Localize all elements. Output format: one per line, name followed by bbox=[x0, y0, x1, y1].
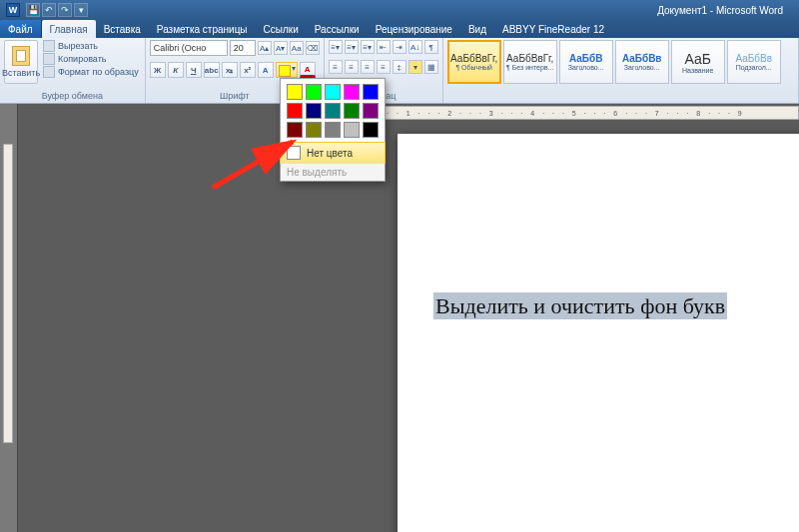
style-no-spacing[interactable]: АаБбВвГг,¶ Без интерв... bbox=[503, 40, 557, 84]
swatch-green[interactable] bbox=[344, 103, 360, 119]
save-icon[interactable]: 💾 bbox=[26, 3, 40, 17]
tab-file[interactable]: Файл bbox=[0, 20, 42, 38]
font-size-combo[interactable]: 20 bbox=[230, 40, 256, 56]
increase-indent-button[interactable]: ⇥ bbox=[393, 40, 406, 54]
tab-insert[interactable]: Вставка bbox=[96, 20, 149, 38]
qat-more-icon[interactable]: ▾ bbox=[74, 3, 88, 17]
swatch-blue[interactable] bbox=[363, 84, 379, 100]
font-name-combo[interactable]: Calibri (Осно bbox=[150, 40, 228, 56]
style-heading2[interactable]: АаБбВвЗаголово... bbox=[615, 40, 669, 84]
highlight-color-button[interactable] bbox=[276, 62, 298, 78]
font-color-button[interactable]: A bbox=[300, 62, 316, 78]
document-area[interactable]: · · 1 · · · 2 · · · 3 · · · 4 · · · 5 · … bbox=[18, 104, 799, 532]
swatch-violet[interactable] bbox=[363, 103, 379, 119]
paste-icon bbox=[12, 46, 30, 66]
redo-icon[interactable]: ↷ bbox=[58, 3, 72, 17]
superscript-button[interactable]: x² bbox=[240, 62, 256, 78]
no-color-icon bbox=[287, 146, 301, 160]
word-app-icon: W bbox=[6, 3, 20, 17]
swatch-darkblue[interactable] bbox=[306, 103, 322, 119]
decrease-indent-button[interactable]: ⇤ bbox=[377, 40, 391, 54]
tab-review[interactable]: Рецензирование bbox=[368, 20, 460, 38]
swatch-gray50[interactable] bbox=[325, 122, 341, 138]
italic-button[interactable]: К bbox=[168, 62, 184, 78]
group-clipboard-label: Буфер обмена bbox=[4, 90, 141, 103]
tab-references[interactable]: Ссылки bbox=[256, 20, 307, 38]
tab-page-layout[interactable]: Разметка страницы bbox=[149, 20, 256, 38]
color-swatches bbox=[281, 79, 385, 143]
paste-label: Вставить bbox=[2, 68, 40, 78]
selected-text[interactable]: Выделить и очистить фон букв bbox=[433, 292, 727, 319]
clear-formatting-button[interactable]: ⌫ bbox=[306, 41, 320, 55]
multilevel-button[interactable]: ≡▾ bbox=[361, 40, 375, 54]
strikethrough-button[interactable]: abc bbox=[204, 62, 220, 78]
swatch-yellow[interactable] bbox=[287, 84, 303, 100]
show-marks-button[interactable]: ¶ bbox=[424, 40, 438, 54]
group-clipboard: Вставить Вырезать Копировать Формат по о… bbox=[0, 38, 146, 103]
copy-icon bbox=[43, 53, 55, 65]
clipboard-stack: Вырезать Копировать Формат по образцу bbox=[41, 40, 141, 78]
subscript-button[interactable]: x₂ bbox=[222, 62, 238, 78]
swatch-gray25[interactable] bbox=[344, 122, 360, 138]
window-title: Документ1 - Microsoft Word bbox=[657, 5, 783, 16]
tab-home[interactable]: Главная bbox=[42, 20, 96, 38]
format-painter-icon bbox=[43, 66, 55, 78]
cut-icon bbox=[43, 40, 55, 52]
swatch-red[interactable] bbox=[287, 103, 303, 119]
horizontal-ruler: · · 1 · · · 2 · · · 3 · · · 4 · · · 5 · … bbox=[378, 106, 799, 120]
tab-abbyy[interactable]: ABBYY FineReader 12 bbox=[494, 20, 612, 38]
swatch-darkred[interactable] bbox=[287, 122, 303, 138]
title-bar: W 💾 ↶ ↷ ▾ Документ1 - Microsoft Word bbox=[0, 0, 799, 20]
tab-view[interactable]: Вид bbox=[460, 20, 494, 38]
swatch-black[interactable] bbox=[363, 122, 379, 138]
page[interactable]: Выделить и очистить фон букв bbox=[398, 134, 799, 532]
group-styles: АаБбВвГг,¶ Обычный АаБбВвГг,¶ Без интерв… bbox=[443, 38, 799, 103]
align-left-button[interactable]: ≡ bbox=[329, 60, 343, 74]
vertical-ruler bbox=[0, 104, 18, 532]
style-title[interactable]: АаБНазвание bbox=[671, 40, 725, 84]
sort-button[interactable]: A↓ bbox=[408, 40, 422, 54]
bullets-button[interactable]: ≡▾ bbox=[329, 40, 343, 54]
justify-button[interactable]: ≡ bbox=[377, 60, 391, 74]
swatch-pink[interactable] bbox=[344, 84, 360, 100]
format-painter-button[interactable]: Формат по образцу bbox=[41, 66, 141, 78]
ribbon-tabs: Файл Главная Вставка Разметка страницы С… bbox=[0, 20, 799, 38]
shrink-font-button[interactable]: A▾ bbox=[274, 41, 288, 55]
swatch-turquoise[interactable] bbox=[325, 84, 341, 100]
underline-button[interactable]: Ч bbox=[186, 62, 202, 78]
swatch-teal[interactable] bbox=[325, 103, 341, 119]
tab-mailings[interactable]: Рассылки bbox=[307, 20, 368, 38]
bold-button[interactable]: Ж bbox=[150, 62, 166, 78]
align-right-button[interactable]: ≡ bbox=[361, 60, 375, 74]
cut-button[interactable]: Вырезать bbox=[41, 40, 141, 52]
document-name: Документ1 bbox=[657, 5, 707, 16]
style-normal[interactable]: АаБбВвГг,¶ Обычный bbox=[447, 40, 501, 84]
style-heading1[interactable]: АаБбВЗаголово... bbox=[559, 40, 613, 84]
swatch-darkyellow[interactable] bbox=[306, 122, 322, 138]
undo-icon[interactable]: ↶ bbox=[42, 3, 56, 17]
highlight-color-dropdown: Нет цвета Не выделять bbox=[280, 78, 386, 182]
swatch-brightgreen[interactable] bbox=[306, 84, 322, 100]
paste-button[interactable]: Вставить bbox=[4, 40, 38, 84]
text-effects-button[interactable]: A bbox=[258, 62, 274, 78]
copy-button[interactable]: Копировать bbox=[41, 53, 141, 65]
no-color-label: Нет цвета bbox=[307, 148, 353, 159]
grow-font-button[interactable]: A▴ bbox=[258, 41, 272, 55]
no-color-item[interactable]: Нет цвета bbox=[280, 142, 386, 164]
stop-highlighting-item[interactable]: Не выделять bbox=[281, 163, 385, 181]
shading-button[interactable]: ▾ bbox=[408, 60, 422, 74]
numbering-button[interactable]: ≡▾ bbox=[345, 40, 359, 54]
style-subtitle[interactable]: АаБбВвПодзагол... bbox=[727, 40, 781, 84]
workspace: · · 1 · · · 2 · · · 3 · · · 4 · · · 5 · … bbox=[0, 104, 799, 532]
borders-button[interactable]: ▦ bbox=[424, 60, 438, 74]
stop-highlighting-label: Не выделять bbox=[287, 167, 347, 178]
app-name: Microsoft Word bbox=[716, 5, 783, 16]
change-case-button[interactable]: Aa bbox=[290, 41, 304, 55]
align-center-button[interactable]: ≡ bbox=[345, 60, 359, 74]
ribbon: Вставить Вырезать Копировать Формат по о… bbox=[0, 38, 799, 104]
quick-access-toolbar: 💾 ↶ ↷ ▾ bbox=[26, 3, 88, 17]
line-spacing-button[interactable]: ‡ bbox=[393, 60, 406, 74]
